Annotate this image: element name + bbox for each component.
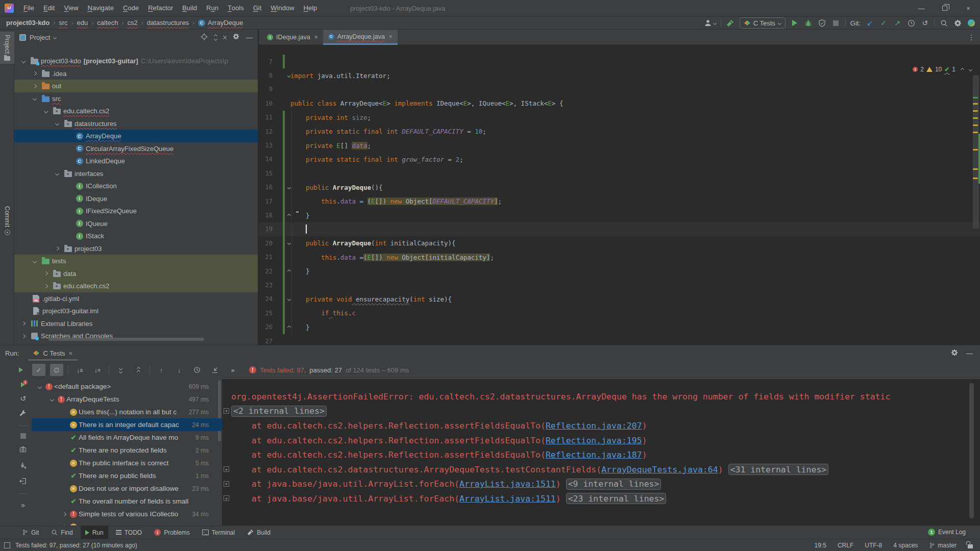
stack-trace-link[interactable]: Reflection.java:187 <box>546 450 642 460</box>
toolbar-build-button[interactable]: Build <box>242 526 275 539</box>
menu-run[interactable]: Run <box>202 0 223 16</box>
code-line-12[interactable]: 12 private static final int DEFAULT_CAPA… <box>259 124 980 138</box>
chevron-down-icon[interactable] <box>42 107 50 115</box>
code-line-22[interactable]: 22 } <box>259 264 980 278</box>
minimize-icon[interactable]: — <box>910 0 933 16</box>
test-row-there-is-an-integer-default-capac[interactable]: ×There is an integer default capac24 ms <box>32 418 222 431</box>
tab-ideque-java[interactable]: IIDeque.java× <box>262 30 323 45</box>
close-tab-icon[interactable]: × <box>69 349 73 357</box>
test-console[interactable]: org.opentest4j.AssertionFailedError: edu… <box>222 379 980 526</box>
breadcrumb-item-arraydeque[interactable]: CArrayDeque <box>198 19 243 27</box>
project-tree-hscrollbar[interactable] <box>48 338 204 341</box>
menu-git[interactable]: Git <box>249 0 266 16</box>
menu-help[interactable]: Help <box>299 0 322 16</box>
stack-trace-link[interactable]: ArrayList.java:1511 <box>459 479 556 489</box>
run-tab-c-tests[interactable]: C Tests × <box>28 345 78 361</box>
toolbar-find-button[interactable]: Find <box>46 526 77 539</box>
tree-row-circulararrayfixedsizequeue[interactable]: CCircularArrayFixedSizeQueue <box>14 142 258 155</box>
expand-all-icon[interactable] <box>114 364 127 376</box>
tree-row-icollection[interactable]: IICollection <box>14 180 258 192</box>
tree-row-linkeddeque[interactable]: CLinkedDeque <box>14 155 258 167</box>
breadcrumb-item-caltech[interactable]: caltech <box>97 19 118 27</box>
tree-row-edu-caltech-cs2[interactable]: edu.caltech.cs2 <box>14 280 258 292</box>
code-line-7[interactable]: 7 <box>259 55 980 68</box>
close-icon[interactable]: × <box>957 0 980 16</box>
git-commit-icon[interactable]: ✓ <box>879 17 888 29</box>
coverage-icon[interactable] <box>818 17 827 29</box>
chevron-right-icon[interactable] <box>31 82 39 90</box>
previous-failed-test-icon[interactable]: ↑ <box>155 364 168 376</box>
menu-window[interactable]: Window <box>266 0 299 16</box>
collapse-all-icon[interactable] <box>132 364 145 376</box>
more-strip-icon[interactable]: » <box>21 501 25 509</box>
menu-file[interactable]: File <box>19 0 39 16</box>
close-tab-icon[interactable]: × <box>389 33 393 40</box>
event-log-button[interactable]: 1 Event Log <box>928 525 966 539</box>
sort-alphabetically-icon[interactable]: ↓a <box>73 364 86 376</box>
user-menu-icon[interactable] <box>704 17 716 29</box>
toolbar-git-button[interactable]: Git <box>17 526 43 539</box>
run-icon[interactable] <box>790 17 799 29</box>
chevron-right-icon[interactable] <box>53 244 61 253</box>
code-line-16[interactable]: 16 public ArrayDeque(){ <box>259 181 980 194</box>
rerun-icon[interactable]: ↺ <box>20 394 26 403</box>
menu-navigate[interactable]: Navigate <box>83 0 118 16</box>
code-line-9[interactable]: 9 <box>259 83 980 96</box>
code-line-24[interactable]: 24 private void ensurecapacity(int size)… <box>259 292 980 306</box>
chevron-down-icon[interactable] <box>53 119 61 128</box>
history-clock-icon[interactable] <box>906 17 916 29</box>
code-line-10[interactable]: 10public class ArrayDeque<E> implements … <box>259 96 980 110</box>
locate-file-icon[interactable] <box>201 33 208 42</box>
chevron-down-icon[interactable] <box>53 169 61 178</box>
tree-row-out[interactable]: out <box>14 80 258 92</box>
menu-code[interactable]: Code <box>118 0 143 16</box>
prev-problem-icon[interactable] <box>961 67 964 71</box>
menu-view[interactable]: View <box>59 0 83 16</box>
test-row-arraydequetests[interactable]: !ArrayDequeTests497 ms <box>32 393 222 406</box>
test-row-does-not-use-or-import-disallowe[interactable]: ×Does not use or import disallowe23 ms <box>32 482 222 495</box>
git-push-icon[interactable]: ↗ <box>893 17 902 29</box>
run-configuration-select[interactable]: C Tests <box>740 17 786 29</box>
menu-tools[interactable]: Tools <box>223 0 249 16</box>
take-snapshot-icon[interactable] <box>19 446 27 455</box>
collapse-all-icon[interactable] <box>224 35 226 40</box>
chevron-down-icon[interactable] <box>48 398 56 401</box>
show-passed-icon[interactable]: ✓ <box>32 364 45 376</box>
tree-row--gitlab-ci-yml[interactable]: .gitlab-ci.yml <box>14 292 258 305</box>
rerun-failed-tests-icon[interactable]: ! <box>21 382 25 387</box>
test-row-all-fields-in-arraydeque-have-mo[interactable]: ✔All fields in ArrayDeque have mo9 ms <box>32 431 222 444</box>
line-separator[interactable]: CRLF <box>838 542 853 549</box>
project-view-dropdown-icon[interactable] <box>53 35 57 39</box>
chevron-right-icon[interactable] <box>42 269 50 278</box>
breadcrumb-item-src[interactable]: src <box>59 19 67 27</box>
tree-row-external-libraries[interactable]: External Libraries <box>14 317 258 330</box>
settings-gear-icon[interactable] <box>953 17 962 29</box>
mute-bug-icon[interactable] <box>19 462 27 470</box>
code-line-13[interactable]: 13 private E[] data; <box>259 138 980 152</box>
stripe-tab-project[interactable]: Project <box>0 32 14 64</box>
inspections-widget[interactable]: ! 2 10 ✔ 1 <box>913 65 972 73</box>
expand-stack-trace-icon[interactable]: + <box>224 481 229 487</box>
test-row-there-are-no-public-fields[interactable]: ✔There are no public fields1 ms <box>32 469 222 482</box>
code-line-11[interactable]: 11 private int size; <box>259 111 980 124</box>
chevron-down-icon[interactable] <box>31 94 39 103</box>
chevron-right-icon[interactable] <box>31 69 39 78</box>
stack-trace-link[interactable]: ArrayDequeTests.java:64 <box>601 465 718 474</box>
tree-row-istack[interactable]: IIStack <box>14 230 258 242</box>
tree-row-ideque[interactable]: IIDeque <box>14 192 258 205</box>
test-settings-wrench-icon[interactable] <box>19 410 27 418</box>
breadcrumb-item-edu[interactable]: edu <box>77 19 88 27</box>
tree-row-interfaces[interactable]: interfaces <box>14 167 258 180</box>
test-row--default-package-[interactable]: !<default package>609 ms <box>32 380 222 393</box>
code-line-18[interactable]: 18 } <box>259 208 980 222</box>
chevron-down-icon[interactable] <box>31 257 39 265</box>
test-history-icon[interactable] <box>190 364 204 376</box>
tree-row-tests[interactable]: tests <box>14 255 258 267</box>
search-icon[interactable] <box>939 17 948 29</box>
breadcrumb-item-cs2[interactable]: cs2 <box>128 19 138 27</box>
caret-position[interactable]: 19:5 <box>815 542 826 549</box>
build-hammer-icon[interactable] <box>726 17 735 29</box>
expand-stack-trace-icon[interactable]: + <box>224 466 229 472</box>
code-line-21[interactable]: 21 this.data =(E[]) new Object[initialCa… <box>259 251 980 264</box>
project-panel-title[interactable]: Project <box>30 34 50 41</box>
